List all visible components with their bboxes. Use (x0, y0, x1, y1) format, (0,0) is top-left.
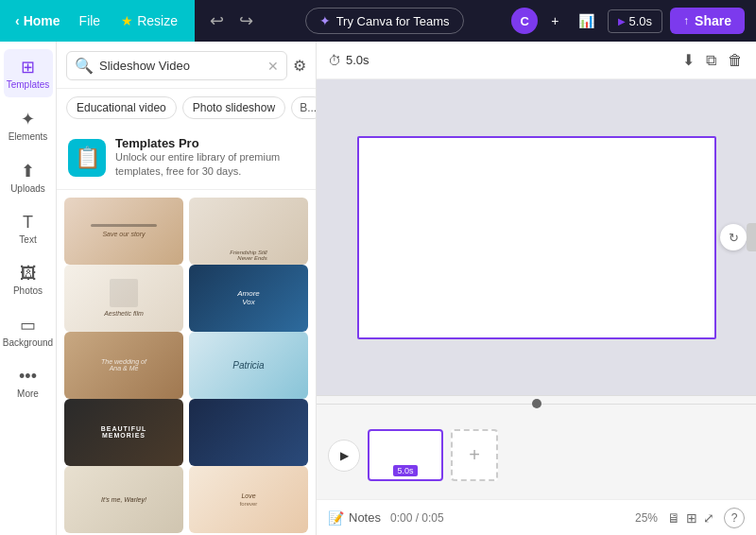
fullscreen-button[interactable]: ⤢ (703, 510, 714, 526)
canvas-toolbar-right: ⬇ ⧉ 🗑 (680, 49, 745, 71)
search-input[interactable] (99, 59, 262, 73)
scrubber-handle[interactable] (532, 399, 541, 408)
more-icon: ••• (19, 367, 37, 387)
redo-button[interactable]: ↪ (235, 7, 257, 35)
file-menu[interactable]: File (68, 13, 112, 28)
card-play-icon: ▶ (193, 376, 212, 395)
notes-button[interactable]: 📝 Notes (328, 510, 381, 526)
card-play-icon: ▶ (68, 443, 87, 462)
text-icon: T (23, 213, 33, 233)
nav-left-group: ‹ Home File ★ Resize (0, 0, 195, 42)
pro-text: Templates Pro Unlock our entire library … (115, 136, 304, 180)
grid-view-button[interactable]: ⊞ (686, 510, 697, 526)
home-label: Home (24, 13, 60, 28)
sidebar-item-text[interactable]: T Text (4, 205, 53, 252)
search-icon: 🔍 (75, 57, 94, 75)
templates-pro-banner[interactable]: 📋 Templates Pro Unlock our entire librar… (57, 127, 316, 190)
top-nav: ‹ Home File ★ Resize ↩ ↪ ✦ Try Canva for… (0, 0, 756, 42)
photos-icon: 🖼 (20, 264, 37, 284)
notes-icon: 📝 (328, 510, 344, 526)
uploads-icon: ⬆ (21, 161, 35, 181)
try-canva-button[interactable]: ✦ Try Canva for Teams (305, 8, 464, 34)
bottom-bar: 📝 Notes 0:00 / 0:05 25% 🖥 ⊞ ⤢ ? (317, 499, 756, 535)
canvas-toolbar: ⏱ 5.0s ⬇ ⧉ 🗑 (317, 42, 756, 79)
canvas-frame (357, 136, 716, 339)
template-card-1[interactable]: Save our story ▶ (64, 198, 183, 265)
help-button[interactable]: ? (724, 508, 745, 528)
card-play-icon: ▶ (68, 510, 87, 529)
card-play-icon: ▶ (193, 510, 212, 529)
clock-icon: ⏱ (328, 53, 341, 68)
sidebar-item-photos[interactable]: 🖼 Photos (4, 256, 53, 303)
sidebar-item-templates[interactable]: ⊞ Templates (4, 49, 53, 97)
timeline-content: ▶ 5.0s + (317, 411, 756, 499)
card-play-icon: ▶ (193, 242, 212, 261)
chart-icon[interactable]: 📊 (573, 11, 600, 30)
template-card-9[interactable]: It's me, Warley! ▶ (64, 466, 183, 533)
pro-title: Templates Pro (115, 136, 304, 150)
filter-chip-educational[interactable]: Educational video (66, 96, 177, 119)
play-duration[interactable]: ▶ 5.0s (608, 9, 663, 33)
elements-icon: ✦ (21, 109, 35, 129)
nav-middle: ✦ Try Canva for Teams (257, 8, 511, 34)
home-button[interactable]: ‹ Home (8, 13, 68, 28)
resize-button[interactable]: ★ Resize (112, 13, 187, 28)
view-buttons: 🖥 ⊞ ⤢ (667, 510, 714, 526)
nav-right: C + 📊 ▶ 5.0s ↑ Share (511, 8, 756, 34)
clear-search-button[interactable]: ✕ (267, 59, 279, 74)
sidebar: ⊞ Templates ✦ Elements ⬆ Uploads T Text … (0, 42, 57, 535)
pro-icon: 📋 (68, 139, 106, 177)
canvas-viewport: ↻ (317, 79, 756, 395)
delete-button[interactable]: 🗑 (726, 50, 745, 71)
zoom-percentage: 25% (635, 511, 658, 525)
canvas-area: ⏱ 5.0s ⬇ ⧉ 🗑 ↻ ▶ 5.0s (317, 42, 756, 535)
undo-button[interactable]: ↩ (206, 7, 228, 35)
card-play-icon: ▶ (68, 309, 87, 328)
template-card-3[interactable]: Aesthetic film ▶ (64, 265, 183, 332)
desktop-view-button[interactable]: 🖥 (667, 510, 680, 526)
user-avatar[interactable]: C (511, 8, 538, 34)
template-card-7[interactable]: BEAUTIFULMEMORIES ▶ (64, 399, 183, 466)
search-bar: 🔍 ✕ ⚙ (57, 42, 316, 89)
background-icon: ▭ (20, 315, 36, 336)
play-icon: ▶ (618, 16, 626, 26)
main-layout: ⊞ Templates ✦ Elements ⬆ Uploads T Text … (0, 42, 756, 535)
timeline-play-button[interactable]: ▶ (328, 440, 360, 472)
timeline-scrubber (317, 396, 756, 411)
slide-duration-badge: 5.0s (393, 465, 417, 476)
timeline: ▶ 5.0s + (317, 395, 756, 499)
sidebar-item-background[interactable]: ▭ Background (4, 307, 53, 355)
scroll-handle-right[interactable] (747, 223, 756, 251)
templates-panel: 🔍 ✕ ⚙ Educational video Photo slideshow … (57, 42, 317, 535)
template-card-6[interactable]: Patricia ▶ (189, 332, 308, 399)
template-card-10[interactable]: Love forever ▶ (189, 466, 308, 533)
search-input-wrap: 🔍 ✕ (66, 51, 287, 80)
add-slide-button[interactable]: + (451, 429, 498, 481)
nav-undo-redo: ↩ ↪ (206, 7, 257, 35)
sidebar-item-more[interactable]: ••• More (4, 359, 53, 406)
timeline-slide-1[interactable]: 5.0s (368, 429, 443, 481)
card-play-icon: ▶ (193, 309, 212, 328)
sidebar-item-elements[interactable]: ✦ Elements (4, 101, 53, 149)
card-play-icon: ▶ (68, 376, 87, 395)
card-play-icon: ▶ (68, 242, 87, 261)
sidebar-item-uploads[interactable]: ⬆ Uploads (4, 153, 53, 201)
template-card-2[interactable]: Friendship StillNever Ends ▶ (189, 198, 308, 265)
templates-grid: Save our story ▶ Friendship StillNever E… (57, 190, 316, 535)
filter-button[interactable]: ⚙ (293, 57, 306, 75)
refresh-button[interactable]: ↻ (720, 224, 747, 250)
template-card-8[interactable]: ▶ (189, 399, 308, 466)
add-button[interactable]: + (545, 11, 564, 30)
star-icon: ★ (121, 13, 133, 28)
filter-chip-photo[interactable]: Photo slideshow (182, 96, 285, 119)
share-button[interactable]: ↑ Share (670, 8, 745, 34)
time-progress: 0:00 / 0:05 (390, 511, 444, 525)
template-card-4[interactable]: AmoreVox ▶ (189, 265, 308, 332)
templates-icon: ⊞ (21, 57, 35, 78)
share-icon: ↑ (683, 14, 689, 27)
canva-star-icon: ✦ (319, 13, 331, 28)
download-button[interactable]: ⬇ (680, 49, 696, 71)
template-card-5[interactable]: The wedding ofAna & Me ▶ (64, 332, 183, 399)
copy-button[interactable]: ⧉ (704, 50, 718, 71)
filter-chip-more[interactable]: B... (291, 96, 316, 119)
